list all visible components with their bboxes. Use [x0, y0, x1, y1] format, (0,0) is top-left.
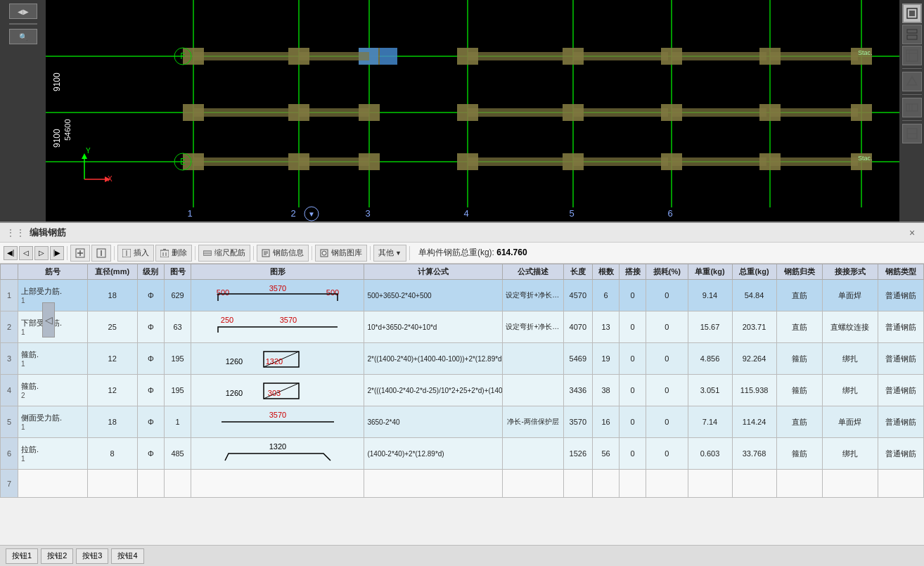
- cell-loss[interactable]: [646, 470, 688, 498]
- cell-shape[interactable]: 5003570500: [191, 280, 364, 311]
- status-btn-3[interactable]: 按钮3: [76, 548, 108, 564]
- cell-unit-weight[interactable]: 4.856: [688, 343, 732, 375]
- table-row[interactable]: 6拉筋.18Φ4851320(1400-2*40)+2*(12.89*d)152…: [1, 438, 924, 470]
- cell-connection[interactable]: 单面焊: [822, 406, 878, 438]
- cell-formula[interactable]: 3650-2*40: [364, 406, 503, 438]
- cell-formula[interactable]: 2*(((1400-2*40-2*d-25)/10*2+25+2*d)+(140…: [364, 375, 503, 406]
- cell-unit-weight[interactable]: 9.14: [688, 280, 732, 311]
- cell-shape-num[interactable]: 485: [164, 438, 191, 470]
- rebar-lib-btn[interactable]: 钢筋图库: [315, 245, 367, 262]
- cell-connection[interactable]: 绑扎: [822, 343, 878, 375]
- scale-btn[interactable]: 缩尺配筋: [198, 245, 250, 262]
- cell-category[interactable]: [776, 470, 822, 498]
- nav-next-btn[interactable]: ▷: [34, 246, 49, 260]
- cell-length[interactable]: 3570: [563, 406, 592, 438]
- cell-total-weight[interactable]: 203.71: [732, 311, 776, 343]
- cell-grade[interactable]: Φ: [137, 343, 164, 375]
- cell-grade[interactable]: Φ: [137, 406, 164, 438]
- right-tool-3[interactable]: [902, 46, 922, 65]
- table-row[interactable]: 4箍筋.212Φ19512603032*(((1400-2*40-2*d-25)…: [1, 375, 924, 406]
- cell-name[interactable]: 侧面受力筋.1: [18, 406, 88, 438]
- cell-diameter[interactable]: 8: [87, 438, 137, 470]
- cell-formula[interactable]: 2*((1400-2*40)+(1400-40-100))+2*(12.89*d…: [364, 343, 503, 375]
- add-above-btn[interactable]: [70, 245, 90, 262]
- cell-diameter[interactable]: 12: [87, 375, 137, 406]
- cell-length[interactable]: 1526: [563, 438, 592, 470]
- cell-connection[interactable]: 单面焊: [822, 280, 878, 311]
- nav-last-btn[interactable]: |▶: [50, 246, 64, 260]
- cell-shape-num[interactable]: 63: [164, 311, 191, 343]
- cell-desc[interactable]: [503, 438, 563, 470]
- cell-category[interactable]: 箍筋: [776, 343, 822, 375]
- rebar-table-container[interactable]: 筋号 直径(mm) 级别 图号 图形 计算公式 公式描述 长度 根数 搭接 损耗…: [0, 264, 924, 566]
- cell-count[interactable]: 38: [592, 375, 619, 406]
- right-tool-2[interactable]: [902, 25, 922, 44]
- cell-diameter[interactable]: 18: [87, 280, 137, 311]
- cell-type[interactable]: 普通钢筋: [878, 343, 923, 375]
- cell-length[interactable]: [563, 470, 592, 498]
- cell-desc[interactable]: [503, 470, 563, 498]
- cell-unit-weight[interactable]: 3.051: [688, 375, 732, 406]
- right-tool-5[interactable]: [902, 98, 922, 117]
- right-tool-1[interactable]: [902, 4, 922, 23]
- cell-length[interactable]: 5469: [563, 343, 592, 375]
- status-btn-1[interactable]: 按钮1: [6, 548, 38, 564]
- add-below-btn[interactable]: [91, 245, 111, 262]
- table-row[interactable]: 3箍筋.112Φ195126013202*((1400-2*40)+(1400-…: [1, 343, 924, 375]
- cell-type[interactable]: [878, 470, 923, 498]
- right-tool-6[interactable]: [902, 124, 922, 143]
- cell-desc[interactable]: 净长-两倍保护层: [503, 406, 563, 438]
- cell-shape[interactable]: 2503570: [191, 311, 364, 343]
- table-row[interactable]: 2下部受力筋.125Φ63250357010*d+3650-2*40+10*d设…: [1, 311, 924, 343]
- cell-formula[interactable]: [364, 470, 503, 498]
- cell-splice[interactable]: 0: [620, 375, 646, 406]
- cell-splice[interactable]: 0: [620, 280, 646, 311]
- cell-type[interactable]: 普通钢筋: [878, 438, 923, 470]
- cell-loss[interactable]: 0: [646, 438, 688, 470]
- sidebar-nav-prev-btn[interactable]: ◀▶: [9, 4, 37, 19]
- cell-name[interactable]: 箍筋.1: [18, 343, 88, 375]
- status-btn-4[interactable]: 按钮4: [111, 548, 143, 564]
- cell-loss[interactable]: 0: [646, 311, 688, 343]
- cell-count[interactable]: [592, 470, 619, 498]
- status-btn-2[interactable]: 按钮2: [41, 548, 73, 564]
- panel-close-button[interactable]: ×: [906, 226, 918, 239]
- cell-count[interactable]: 56: [592, 438, 619, 470]
- cell-connection[interactable]: 直螺纹连接: [822, 311, 878, 343]
- cell-desc[interactable]: [503, 343, 563, 375]
- cell-length[interactable]: 3436: [563, 375, 592, 406]
- cell-grade[interactable]: Φ: [137, 280, 164, 311]
- cell-name[interactable]: 拉筋.1: [18, 438, 88, 470]
- cell-total-weight[interactable]: 114.24: [732, 406, 776, 438]
- cell-length[interactable]: 4070: [563, 311, 592, 343]
- cell-formula[interactable]: 10*d+3650-2*40+10*d: [364, 311, 503, 343]
- right-tool-4[interactable]: [902, 72, 922, 91]
- cell-loss[interactable]: 0: [646, 343, 688, 375]
- cell-shape[interactable]: 1320: [191, 438, 364, 470]
- cell-diameter[interactable]: 12: [87, 343, 137, 375]
- rebar-info-btn[interactable]: 钢筋信息: [257, 245, 309, 262]
- cell-loss[interactable]: 0: [646, 375, 688, 406]
- cell-type[interactable]: 普通钢筋: [878, 280, 923, 311]
- cell-connection[interactable]: 绑扎: [822, 438, 878, 470]
- cell-total-weight[interactable]: 54.84: [732, 280, 776, 311]
- cell-grade[interactable]: Φ: [137, 438, 164, 470]
- cell-count[interactable]: 16: [592, 406, 619, 438]
- cell-loss[interactable]: 0: [646, 280, 688, 311]
- cell-type[interactable]: 普通钢筋: [878, 311, 923, 343]
- cell-shape[interactable]: 3570: [191, 406, 364, 438]
- cell-total-weight[interactable]: 115.938: [732, 375, 776, 406]
- insert-btn[interactable]: 插入: [117, 245, 154, 262]
- cell-count[interactable]: 6: [592, 280, 619, 311]
- cell-splice[interactable]: 0: [620, 343, 646, 375]
- cell-splice[interactable]: 0: [620, 311, 646, 343]
- cell-diameter[interactable]: 18: [87, 406, 137, 438]
- cell-diameter[interactable]: 25: [87, 311, 137, 343]
- sidebar-zoom-btn[interactable]: 🔍: [9, 29, 37, 44]
- cell-splice[interactable]: 0: [620, 438, 646, 470]
- cell-desc[interactable]: 设定弯折+净长一...: [503, 311, 563, 343]
- cell-splice[interactable]: 0: [620, 406, 646, 438]
- cell-category[interactable]: 直筋: [776, 280, 822, 311]
- cell-category[interactable]: 直筋: [776, 406, 822, 438]
- table-row[interactable]: 5侧面受力筋.118Φ135703650-2*40净长-两倍保护层3570160…: [1, 406, 924, 438]
